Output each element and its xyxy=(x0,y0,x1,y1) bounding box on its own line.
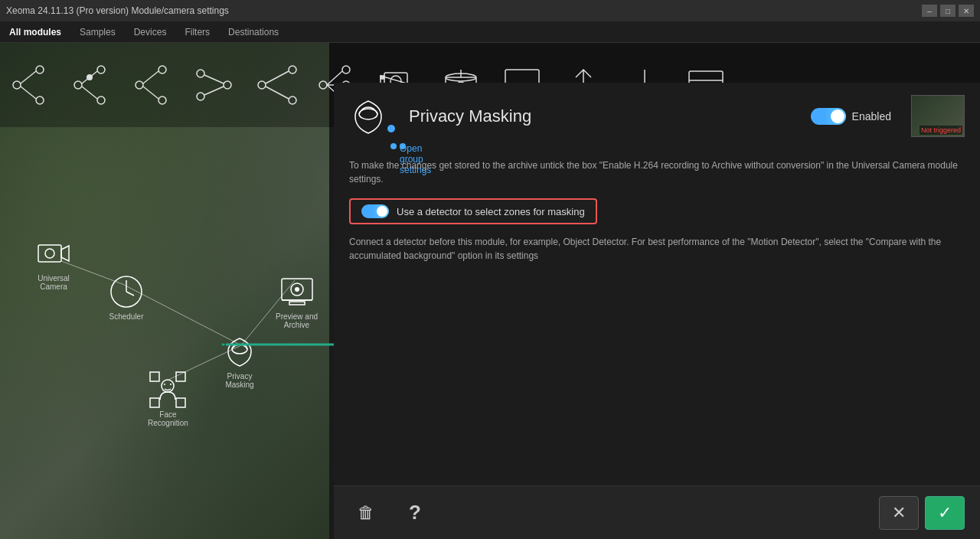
svg-point-26 xyxy=(319,81,327,89)
dialog-title: Privacy Masking xyxy=(409,106,800,126)
delete-button[interactable]: 🗑 xyxy=(349,496,383,530)
titlebar: Xeoma 24.11.13 (Pro version) Module/came… xyxy=(0,0,980,21)
help-button[interactable]: ? xyxy=(398,496,432,530)
svg-point-12 xyxy=(158,66,166,74)
nav-destinations[interactable]: Destinations xyxy=(225,25,282,39)
not-triggered-label: Not triggered xyxy=(920,126,962,135)
privacy-masking-dialog: Privacy Masking Enabled Not triggered Op… xyxy=(334,83,980,539)
enabled-toggle-container: Enabled xyxy=(811,108,891,125)
toggle-knob xyxy=(831,109,844,123)
node-icon-3 xyxy=(132,62,178,108)
info-text: To make the changes get stored to the ar… xyxy=(349,158,965,186)
status-dot xyxy=(387,125,395,132)
toolbar-icon-1[interactable] xyxy=(9,62,55,108)
svg-point-63 xyxy=(295,287,299,292)
open-group-label: Open group settings xyxy=(400,143,406,149)
footer-left-buttons: 🗑 ? xyxy=(349,496,432,530)
group-dot xyxy=(390,143,397,149)
svg-line-14 xyxy=(143,71,158,83)
svg-point-55 xyxy=(45,249,54,258)
svg-point-21 xyxy=(258,81,266,89)
scheduler-icon xyxy=(107,273,145,311)
svg-point-23 xyxy=(289,96,296,104)
svg-point-13 xyxy=(158,96,166,104)
close-window-button[interactable]: ✕ xyxy=(959,5,974,17)
detector-toggle[interactable] xyxy=(361,204,389,218)
description-text: Connect a detector before this module, f… xyxy=(349,235,965,263)
confirm-button[interactable]: ✓ xyxy=(925,496,965,530)
svg-rect-66 xyxy=(176,372,185,381)
minimize-button[interactable]: – xyxy=(922,5,937,17)
svg-line-24 xyxy=(266,71,289,83)
detector-toggle-row: Use a detector to select zones for maski… xyxy=(349,198,597,224)
svg-line-15 xyxy=(143,87,158,99)
svg-point-2 xyxy=(36,96,44,104)
nav-samples[interactable]: Samples xyxy=(77,25,119,39)
scheduler-label: Scheduler xyxy=(109,312,143,321)
svg-line-4 xyxy=(21,87,36,99)
module-node-scheduler[interactable]: Scheduler xyxy=(107,273,145,321)
universal-camera-label: UniversalCamera xyxy=(38,274,70,291)
universal-camera-icon xyxy=(34,234,73,273)
maximize-button[interactable]: □ xyxy=(940,5,956,17)
svg-line-58 xyxy=(126,292,134,296)
module-node-preview-archive[interactable]: Preview andArchive xyxy=(276,273,318,329)
preview-archive-label: Preview andArchive xyxy=(276,312,318,329)
node-icon-1 xyxy=(9,62,55,108)
titlebar-title: Xeoma 24.11.13 (Pro version) Module/came… xyxy=(6,5,229,16)
module-node-universal-camera[interactable]: UniversalCamera xyxy=(34,234,73,291)
svg-line-20 xyxy=(204,87,224,95)
navbar: All modules Samples Devices Filters Dest… xyxy=(0,21,980,43)
svg-point-1 xyxy=(36,66,44,74)
node-icon-2 xyxy=(70,62,116,108)
face-recognition-label: FaceRecognition xyxy=(148,410,188,427)
nav-all-modules[interactable]: All modules xyxy=(6,25,64,39)
svg-point-18 xyxy=(224,81,231,89)
svg-point-11 xyxy=(136,81,143,89)
svg-line-3 xyxy=(21,71,36,83)
delete-icon: 🗑 xyxy=(358,503,374,523)
svg-rect-61 xyxy=(289,302,305,305)
dialog-body: To make the changes get stored to the ar… xyxy=(334,155,980,485)
detector-toggle-knob xyxy=(377,206,387,217)
svg-line-25 xyxy=(266,87,289,99)
preview-archive-icon xyxy=(278,273,316,311)
enabled-toggle[interactable] xyxy=(811,108,846,125)
svg-point-7 xyxy=(97,96,105,104)
svg-point-27 xyxy=(342,66,350,74)
module-node-face-recognition[interactable]: FaceRecognition xyxy=(148,371,188,427)
toolbar-icon-4[interactable] xyxy=(193,62,239,108)
svg-point-22 xyxy=(289,66,296,74)
svg-rect-68 xyxy=(176,398,185,407)
svg-point-17 xyxy=(197,93,204,100)
svg-point-0 xyxy=(13,81,21,89)
modules-area: UniversalCamera Scheduler Preview andArc… xyxy=(0,127,329,518)
svg-point-6 xyxy=(97,66,105,74)
dialog-footer: 🗑 ? ✕ ✓ xyxy=(334,485,980,539)
svg-point-5 xyxy=(74,81,82,89)
svg-rect-53 xyxy=(38,245,61,262)
confirm-icon: ✓ xyxy=(938,503,952,523)
cancel-icon: ✕ xyxy=(892,503,906,523)
titlebar-controls: – □ ✕ xyxy=(922,5,974,17)
help-icon: ? xyxy=(409,501,421,524)
svg-marker-54 xyxy=(61,246,69,261)
cancel-button[interactable]: ✕ xyxy=(879,496,919,530)
node-icon-4 xyxy=(193,62,239,108)
face-recognition-icon xyxy=(149,371,187,409)
toolbar-icon-3[interactable] xyxy=(132,62,178,108)
toolbar-icon-5[interactable] xyxy=(254,62,300,108)
dialog-header: Privacy Masking Enabled Not triggered xyxy=(334,83,980,143)
svg-point-16 xyxy=(197,70,204,77)
footer-right-buttons: ✕ ✓ xyxy=(879,496,965,530)
svg-rect-65 xyxy=(150,372,159,381)
nav-filters[interactable]: Filters xyxy=(181,25,213,39)
nav-devices[interactable]: Devices xyxy=(131,25,170,39)
node-icon-5 xyxy=(254,62,300,108)
toolbar-icon-2[interactable] xyxy=(70,62,116,108)
open-group-settings[interactable]: Open group settings xyxy=(334,143,980,155)
svg-line-9 xyxy=(82,87,97,99)
svg-line-19 xyxy=(204,75,224,83)
detector-toggle-label: Use a detector to select zones for maski… xyxy=(397,206,585,217)
svg-rect-67 xyxy=(150,398,159,407)
